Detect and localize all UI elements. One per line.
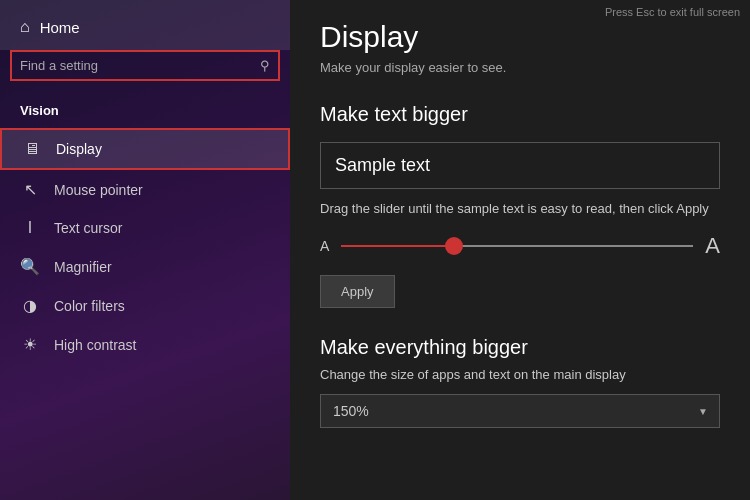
text-cursor-icon: I — [20, 219, 40, 237]
slider-thumb[interactable] — [445, 237, 463, 255]
slider-label-right: A — [705, 233, 720, 259]
sidebar-item-magnifier-label: Magnifier — [54, 259, 112, 275]
slider-label-left: A — [320, 238, 329, 254]
sample-text-box: Sample text — [320, 142, 720, 189]
esc-hint: Press Esc to exit full screen — [605, 6, 740, 18]
scale-dropdown-wrapper: 100% 125% 150% 175% 200% ▼ — [320, 394, 720, 428]
scale-dropdown[interactable]: 100% 125% 150% 175% 200% — [320, 394, 720, 428]
slider-description: Drag the slider until the sample text is… — [320, 199, 720, 219]
mouse-pointer-icon: ↖ — [20, 180, 40, 199]
home-icon: ⌂ — [20, 18, 30, 36]
section2-title: Make everything bigger — [320, 336, 720, 359]
sidebar-item-mouse-pointer[interactable]: ↖ Mouse pointer — [0, 170, 290, 209]
slider-track-container — [341, 236, 693, 256]
sidebar-item-high-contrast[interactable]: ☀ High contrast — [0, 325, 290, 364]
sidebar-item-text-cursor-label: Text cursor — [54, 220, 122, 236]
page-subtitle: Make your display easier to see. — [320, 60, 720, 75]
apply-button[interactable]: Apply — [320, 275, 395, 308]
color-filters-icon: ◑ — [20, 296, 40, 315]
slider-row: A A — [320, 233, 720, 259]
search-icon: ⚲ — [252, 54, 278, 77]
high-contrast-icon: ☀ — [20, 335, 40, 354]
search-container: ⚲ — [0, 50, 290, 95]
section1-title: Make text bigger — [320, 103, 720, 126]
sidebar-item-mouse-pointer-label: Mouse pointer — [54, 182, 143, 198]
sidebar-item-display[interactable]: 🖥 Display — [0, 128, 290, 170]
sidebar-item-magnifier[interactable]: 🔍 Magnifier — [0, 247, 290, 286]
slider-track — [341, 245, 693, 247]
search-wrapper: ⚲ — [10, 50, 280, 81]
search-input[interactable] — [12, 52, 252, 79]
main-content: Press Esc to exit full screen Display Ma… — [290, 0, 750, 500]
sidebar-item-text-cursor[interactable]: I Text cursor — [0, 209, 290, 247]
home-label: Home — [40, 19, 80, 36]
sidebar-item-color-filters[interactable]: ◑ Color filters — [0, 286, 290, 325]
section2-desc: Change the size of apps and text on the … — [320, 367, 720, 382]
magnifier-icon: 🔍 — [20, 257, 40, 276]
sample-text: Sample text — [335, 155, 430, 175]
sidebar-item-high-contrast-label: High contrast — [54, 337, 136, 353]
slider-fill — [341, 245, 454, 247]
vision-section-label: Vision — [0, 95, 290, 128]
sidebar-home-button[interactable]: ⌂ Home — [0, 0, 290, 50]
display-icon: 🖥 — [22, 140, 42, 158]
sidebar: ⌂ Home ⚲ Vision 🖥 Display ↖ Mouse pointe… — [0, 0, 290, 500]
sidebar-item-display-label: Display — [56, 141, 102, 157]
sidebar-item-color-filters-label: Color filters — [54, 298, 125, 314]
page-title: Display — [320, 20, 720, 54]
